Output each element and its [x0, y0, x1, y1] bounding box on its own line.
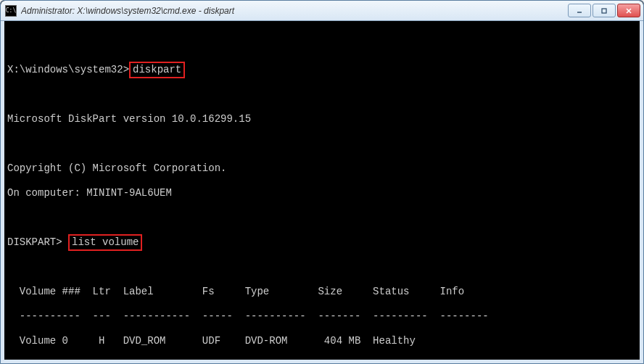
cmd-window: C:\ Administrator: X:\windows\system32\c… — [0, 0, 644, 364]
svg-rect-1 — [602, 9, 606, 13]
table-header: Volume ### Ltr Label Fs Type Size Status… — [7, 286, 640, 298]
copyright-line: Copyright (C) Microsoft Corporation. — [7, 162, 640, 175]
close-button[interactable] — [617, 4, 640, 17]
table-row: Volume 0 H DVD_ROM UDF DVD-ROM 404 MB He… — [7, 335, 640, 347]
window-title: Administrator: X:\windows\system32\cmd.e… — [21, 6, 568, 16]
diskpart-prompt: DISKPART> — [7, 236, 62, 248]
cmd-diskpart: diskpart — [129, 62, 185, 78]
maximize-button[interactable] — [593, 4, 616, 17]
table-row: Volume 1 C System Rese NTFS Partition 54… — [7, 360, 640, 363]
window-controls — [568, 4, 640, 17]
minimize-button[interactable] — [568, 4, 591, 17]
table-divider: ---------- --- ----------- ----- -------… — [7, 310, 640, 323]
cmd-list-volume: list volume — [68, 234, 142, 251]
computer-line: On computer: MININT-9AL6UEM — [7, 187, 640, 199]
version-line: Microsoft DiskPart version 10.0.16299.15 — [7, 113, 640, 125]
titlebar[interactable]: C:\ Administrator: X:\windows\system32\c… — [1, 1, 643, 21]
terminal-output[interactable]: X:\windows\system32>diskpart Microsoft D… — [1, 21, 643, 363]
cmd-icon: C:\ — [5, 5, 17, 17]
prompt-text: X:\windows\system32> — [7, 64, 129, 75]
